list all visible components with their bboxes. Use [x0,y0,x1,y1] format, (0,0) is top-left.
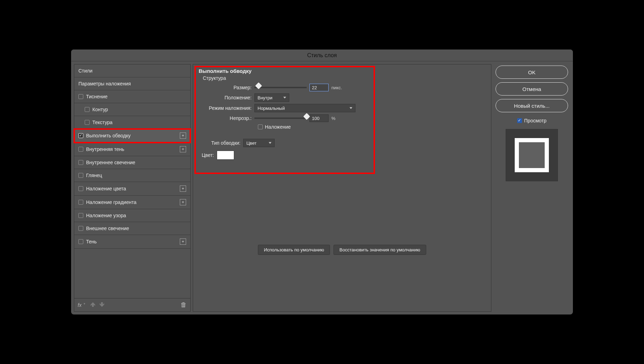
style-item-2[interactable]: Текстура [74,116,190,129]
position-select[interactable]: Внутри [254,93,289,102]
styles-header[interactable]: Стили [74,65,190,77]
size-input[interactable] [309,84,329,91]
overprint-row: Наложение [258,124,485,130]
fx-menu-icon[interactable]: ▾ [84,302,85,305]
overprint-checkbox[interactable] [258,124,263,129]
style-label: Внутреннее свечение [86,160,135,165]
blending-options-header[interactable]: Параметры наложения [74,77,190,90]
style-label: Текстура [92,120,113,125]
opacity-slider[interactable] [254,117,307,119]
styles-list: Стили Параметры наложения ТиснениеКонтур… [74,64,191,298]
size-unit: пикс. [331,85,342,90]
preview-label: Просмотр [524,118,546,123]
style-checkbox-1[interactable] [85,107,90,112]
preview-checkbox[interactable] [517,118,522,123]
size-slider[interactable] [254,87,307,88]
stroke-type-select[interactable]: Цвет [243,139,275,147]
ok-button[interactable]: OK [496,66,568,79]
style-label: Наложение цвета [86,186,126,191]
style-item-0[interactable]: Тиснение [74,90,190,103]
position-label: Положение: [199,95,252,100]
add-effect-icon[interactable]: + [180,146,186,152]
style-label: Наложение градиента [86,199,136,205]
style-checkbox-9[interactable] [78,213,83,218]
style-label: Внутренняя тень [86,146,124,152]
cancel-button[interactable]: Отмена [496,82,568,96]
opacity-unit: % [331,116,336,121]
color-row: Цвет: [199,151,485,160]
style-checkbox-2[interactable] [85,120,90,125]
layer-style-dialog: Стиль слоя Стили Параметры наложения Тис… [71,50,573,314]
dialog-body: Стили Параметры наложения ТиснениеКонтур… [71,61,573,314]
position-row: Положение: Внутри [199,93,485,102]
style-item-7[interactable]: Наложение цвета+ [74,182,190,196]
style-label: Тень [86,239,97,244]
effect-title: Выполнить обводку [199,68,485,74]
effect-settings: Выполнить обводку Структура Размер: пикс… [193,64,491,312]
reset-default-button[interactable]: Восстановить значения по умолчанию [334,245,426,255]
style-item-11[interactable]: Тень+ [74,235,190,249]
overprint-label: Наложение [265,124,291,130]
move-up-icon[interactable]: 🡹 [90,302,96,308]
opacity-row: Непрозр.: % [199,114,485,122]
style-checkbox-10[interactable] [78,226,83,231]
size-row: Размер: пикс. [199,84,485,91]
make-default-button[interactable]: Использовать по умолчанию [258,245,330,255]
new-style-button[interactable]: Новый стиль... [496,99,568,112]
preview-swatch [515,138,549,172]
add-effect-icon[interactable]: + [180,185,186,192]
style-label: Выполнить обводку [86,133,131,138]
stroke-type-row: Тип обводки: Цвет [199,139,485,147]
add-effect-icon[interactable]: + [180,238,186,245]
style-checkbox-11[interactable] [78,239,83,244]
opacity-input[interactable] [309,114,329,122]
style-label: Глянец [86,173,102,178]
style-checkbox-3[interactable] [78,133,83,138]
add-effect-icon[interactable]: + [180,199,186,205]
style-item-1[interactable]: Контур [74,103,190,116]
structure-title: Структура [203,75,485,81]
color-label: Цвет: [199,152,214,158]
left-footer: fx▾ 🡹 🡻 🗑 [74,298,191,312]
fx-label: fx [78,302,82,308]
style-checkbox-7[interactable] [78,186,83,191]
style-item-9[interactable]: Наложение узора [74,209,190,222]
style-checkbox-6[interactable] [78,173,83,178]
blend-mode-row: Режим наложения: Нормальный [199,104,485,112]
right-panel: OK Отмена Новый стиль... Просмотр [493,64,570,312]
preview-row: Просмотр [496,118,568,123]
style-label: Внешнее свечение [86,226,129,231]
defaults-row: Использовать по умолчанию Восстановить з… [193,243,491,259]
left-panel: Стили Параметры наложения ТиснениеКонтур… [74,64,191,312]
stroke-type-label: Тип обводки: [199,140,240,146]
style-item-10[interactable]: Внешнее свечение [74,222,190,235]
style-label: Наложение узора [86,213,126,218]
blend-mode-select[interactable]: Нормальный [254,104,355,112]
style-checkbox-0[interactable] [78,94,83,99]
style-item-4[interactable]: Внутренняя тень+ [74,143,190,156]
style-item-8[interactable]: Наложение градиента+ [74,196,190,209]
style-item-6[interactable]: Глянец [74,169,190,182]
add-effect-icon[interactable]: + [180,132,186,139]
style-label: Контур [92,107,108,112]
trash-icon[interactable]: 🗑 [181,301,187,309]
style-checkbox-4[interactable] [78,147,83,152]
window-title: Стиль слоя [71,50,573,61]
style-checkbox-8[interactable] [78,200,83,205]
size-label: Размер: [199,85,252,90]
center-panel: Выполнить обводку Структура Размер: пикс… [193,64,491,312]
style-checkbox-5[interactable] [78,160,83,165]
blend-mode-label: Режим наложения: [199,105,252,111]
move-down-icon[interactable]: 🡻 [99,302,105,308]
style-label: Тиснение [86,94,108,99]
opacity-label: Непрозр.: [199,115,252,121]
style-item-5[interactable]: Внутреннее свечение [74,156,190,169]
color-swatch[interactable] [217,151,234,160]
style-item-3[interactable]: Выполнить обводку+ [74,129,190,143]
preview-box [506,129,558,181]
